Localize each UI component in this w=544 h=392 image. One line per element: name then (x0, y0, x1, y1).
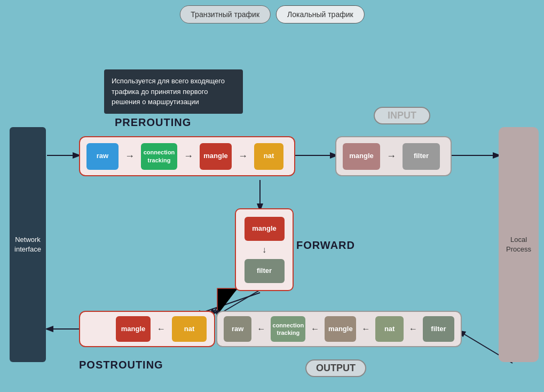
arrow-icon: → (387, 151, 396, 162)
local-traffic-button[interactable]: Локальный трафик (276, 5, 365, 23)
output-chain-box: filter ← nat ← mangle ← connectiontracki… (216, 311, 462, 347)
arrow-icon: ← (361, 324, 370, 334)
output-conntrack-node: connectiontracking (271, 316, 305, 342)
local-process-box: LocalProcess (499, 127, 539, 362)
prerouting-label: PREROUTING (115, 116, 191, 129)
arrow-icon: ← (409, 324, 417, 334)
output-raw-node: raw (224, 316, 251, 342)
prerouting-nat-node: nat (254, 143, 283, 170)
output-mangle-node: mangle (325, 316, 356, 342)
output-filter-node: filter (423, 316, 454, 342)
arrow-icon: → (238, 151, 248, 162)
arrow-icon: ← (311, 324, 319, 334)
network-interface-box: Networkinterface (10, 127, 46, 362)
forward-filter-node: filter (245, 259, 285, 283)
forward-label: FORWARD (296, 239, 355, 252)
arrow-icon: ← (157, 324, 165, 334)
postrouting-label: POSTROUTING (79, 359, 163, 371)
output-nat-node: nat (375, 316, 403, 342)
input-filter-node: filter (403, 143, 440, 170)
arrow-icon: ↓ (262, 245, 266, 255)
prerouting-conntrack-node: connectiontracking (141, 143, 177, 170)
postrouting-mangle-node: mangle (116, 316, 151, 342)
prerouting-tooltip: Используется для всего входящего трафика… (104, 69, 243, 114)
prerouting-raw-node: raw (86, 143, 119, 170)
prerouting-mangle-node: mangle (200, 143, 232, 170)
prerouting-chain-box: raw → connectiontracking → mangle → nat (79, 136, 295, 176)
forward-mangle-node: mangle (245, 217, 285, 241)
arrow-icon: → (184, 151, 193, 162)
input-chain-box: mangle → filter (335, 136, 452, 176)
top-navigation: Транзитный трафик Локальный трафик (179, 5, 364, 23)
forward-chain-box: mangle ↓ filter (235, 208, 294, 291)
input-label: INPUT (374, 107, 430, 124)
transit-traffic-button[interactable]: Транзитный трафик (179, 5, 271, 23)
arrow-icon: → (125, 151, 135, 162)
arrow-icon: ← (257, 324, 265, 334)
postrouting-nat-node: nat (172, 316, 207, 342)
output-label: OUTPUT (305, 359, 366, 377)
input-mangle-node: mangle (343, 143, 380, 170)
postrouting-chain-box: nat ← mangle (79, 311, 215, 347)
